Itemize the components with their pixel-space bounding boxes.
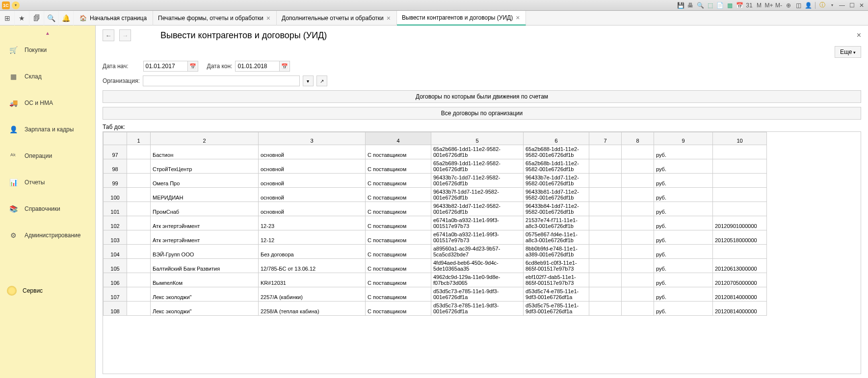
column-header[interactable]: 2 xyxy=(151,132,259,145)
cell: руб. xyxy=(654,259,713,273)
all-contracts-button[interactable]: Все договоры по организации xyxy=(103,107,861,120)
table-row[interactable]: 100МЕРИДИАНосновнойС поставщиком96433b7f… xyxy=(104,188,767,202)
table-row[interactable]: 106ВымпелКомKR#12031С поставщиком4962dc9… xyxy=(104,273,767,287)
column-header[interactable]: 1 xyxy=(127,132,151,145)
org-dropdown-icon[interactable]: ▾ xyxy=(303,76,314,86)
sidebar-icon: 🚚 xyxy=(9,99,18,107)
column-header[interactable]: 8 xyxy=(622,132,654,145)
date-start-label: Дата нач: xyxy=(103,63,129,70)
table-row[interactable]: 99Омега ПроосновнойС поставщиком96433b7c… xyxy=(104,174,767,188)
info-icon[interactable]: ⓘ xyxy=(818,1,827,10)
tab-close-icon[interactable]: × xyxy=(515,14,521,22)
cell: основной xyxy=(259,159,366,174)
date-icon[interactable]: 31 xyxy=(745,1,754,10)
column-header-rownum[interactable] xyxy=(104,132,127,145)
bell-icon[interactable]: 🔔 xyxy=(59,11,74,25)
user-icon[interactable]: 👤 xyxy=(804,1,813,10)
table-row[interactable]: 97БастионосновнойС поставщиком65a2b686-1… xyxy=(104,145,767,159)
sidebar-item[interactable]: 🛒Покупки xyxy=(0,37,95,63)
date-start-input[interactable] xyxy=(143,61,187,72)
tab-close-icon[interactable]: × xyxy=(265,14,271,22)
org-label: Организация: xyxy=(103,77,140,84)
column-header[interactable]: 4 xyxy=(366,132,431,145)
table[interactable]: 12345678910 97БастионосновнойС поставщик… xyxy=(103,131,861,374)
date-end-picker-icon[interactable]: 📅 xyxy=(279,61,290,72)
cell: С поставщиком xyxy=(366,230,431,245)
sidebar-item[interactable]: ᴬᵏОперации xyxy=(0,143,95,169)
tab[interactable]: Вывести контрагентов и договоры (УИД)× xyxy=(397,11,526,25)
close-icon[interactable]: ✕ xyxy=(857,1,866,10)
contracts-with-movements-button[interactable]: Договоры по которым были движения по сче… xyxy=(103,90,861,103)
zoom-in-icon[interactable]: ⊕ xyxy=(784,1,793,10)
column-header[interactable]: 6 xyxy=(524,132,589,145)
table-row[interactable]: 104ВЭЙ-Групп ОООБез договораС поставщико… xyxy=(104,245,767,259)
save-icon[interactable]: 💾 xyxy=(676,1,685,10)
row-number-cell: 97 xyxy=(104,145,127,159)
sidebar-service-label: Сервис xyxy=(23,287,43,294)
org-open-icon[interactable]: ↗ xyxy=(316,76,327,86)
doc-icon[interactable]: 🗐 xyxy=(29,11,44,25)
column-header[interactable]: 5 xyxy=(431,132,524,145)
cell: С поставщиком xyxy=(366,216,431,230)
tab[interactable]: Дополнительные отчеты и обработки× xyxy=(277,11,397,25)
memory-m-icon[interactable]: M xyxy=(755,1,763,10)
cell xyxy=(713,245,767,259)
preview-icon[interactable]: 🔍 xyxy=(696,1,705,10)
tab-close-icon[interactable]: × xyxy=(386,14,392,22)
row-number-cell: 104 xyxy=(104,245,127,259)
doc-icon[interactable]: 📄 xyxy=(715,1,724,10)
column-header[interactable]: 10 xyxy=(713,132,767,145)
table-row[interactable]: 102Атк энтертэйнмент12-23С поставщикомe6… xyxy=(104,216,767,230)
table-row[interactable]: 103Атк энтертэйнмент12-12С поставщикомe6… xyxy=(104,230,767,245)
cell: 96433b7c-1dd7-11e2-9582-001e6726df1b xyxy=(431,174,524,188)
app-dropdown-icon[interactable]: ▾ xyxy=(12,1,20,9)
minimize-icon[interactable]: — xyxy=(838,1,846,10)
table-row[interactable]: 105Балтийский Банк Развития12/785-БС от … xyxy=(104,259,767,273)
cell xyxy=(622,273,654,287)
sidebar-item[interactable]: 📚Справочники xyxy=(0,196,95,222)
row-number-cell: 105 xyxy=(104,259,127,273)
table-row[interactable]: 98СтройТехЦентросновнойС поставщиком65a2… xyxy=(104,159,767,174)
cell: 4fd94aed-beb6-450c-9d4c-5de10365aa35 xyxy=(431,259,524,273)
zoom-actual-icon[interactable]: ◫ xyxy=(794,1,803,10)
memory-mminus-icon[interactable]: M- xyxy=(774,1,783,10)
sidebar-item[interactable]: ▦Склад xyxy=(0,63,95,90)
content-close-icon[interactable]: × xyxy=(857,31,861,40)
maximize-icon[interactable]: ☐ xyxy=(847,1,856,10)
table-row[interactable]: 101ПромСнабосновнойС поставщиком96433b82… xyxy=(104,202,767,216)
sidebar-collapse-icon[interactable]: ▲ xyxy=(0,29,95,37)
star-icon[interactable]: ★ xyxy=(15,11,29,25)
nav-back-button[interactable]: ← xyxy=(103,29,114,41)
sidebar-item-service[interactable]: Сервис xyxy=(0,278,95,303)
sidebar-item[interactable]: 🚚ОС и НМА xyxy=(0,90,95,116)
grid-icon[interactable]: ▦ xyxy=(725,1,734,10)
tab[interactable]: Печатные формы, отчеты и обработки× xyxy=(153,11,277,25)
sidebar-item[interactable]: 👤Зарплата и кадры xyxy=(0,116,95,143)
column-header[interactable]: 3 xyxy=(259,132,366,145)
cell: d53d5c75-e785-11e1-9df3-001e6726df1a xyxy=(524,302,589,316)
print-icon[interactable]: 🖶 xyxy=(686,1,695,10)
compare-icon[interactable]: ⬚ xyxy=(706,1,714,10)
memory-mplus-icon[interactable]: M+ xyxy=(764,1,773,10)
table-row[interactable]: 107Лекс эколоджи"2257/А (кабинки)С поста… xyxy=(104,287,767,302)
cell: 12/785-БС от 13.06.12 xyxy=(259,259,366,273)
date-start-picker-icon[interactable]: 📅 xyxy=(187,61,198,72)
more-button[interactable]: Еще xyxy=(835,46,861,58)
sidebar-item[interactable]: 📊Отчеты xyxy=(0,169,95,196)
apps-icon[interactable]: ⊞ xyxy=(0,11,15,25)
org-input[interactable] xyxy=(143,76,300,86)
cell: 96433b81-1dd7-11e2-9582-001e6726df1b xyxy=(524,188,589,202)
sidebar-item[interactable]: ⚙Администрирование xyxy=(0,222,95,249)
home-tab[interactable]: 🏠 Начальная страница xyxy=(74,11,153,25)
date-end-input[interactable] xyxy=(235,61,279,72)
calendar-icon[interactable]: 📅 xyxy=(735,1,744,10)
column-header[interactable]: 7 xyxy=(589,132,622,145)
nav-forward-button[interactable]: → xyxy=(119,29,131,41)
cell: KR#12031 xyxy=(259,273,366,287)
cell: МЕРИДИАН xyxy=(151,188,259,202)
search-icon[interactable]: 🔍 xyxy=(44,11,59,25)
column-header[interactable]: 9 xyxy=(654,132,713,145)
cell: основной xyxy=(259,202,366,216)
table-row[interactable]: 108Лекс эколоджи"2258/А (теплая кабина)С… xyxy=(104,302,767,316)
info-dd-icon[interactable]: ▾ xyxy=(828,1,837,10)
